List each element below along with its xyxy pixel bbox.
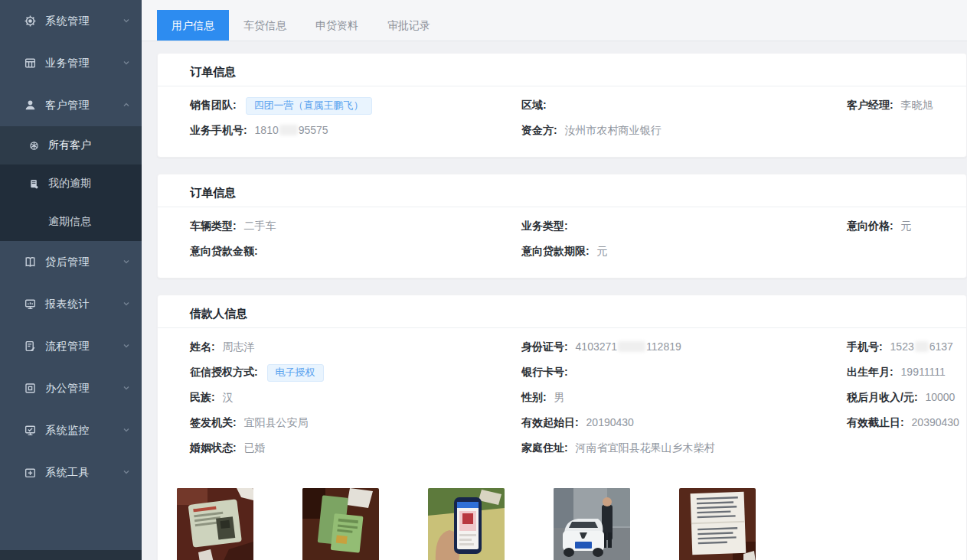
sidebar-item-label: 逾期信息 <box>48 215 91 229</box>
book-icon <box>24 256 37 269</box>
sidebar-item-label: 办公管理 <box>45 382 90 396</box>
tab-loan-application-docs[interactable]: 申贷资料 <box>301 10 373 41</box>
chevron-down-icon <box>122 15 131 28</box>
field-name: 姓名: 周志洋 <box>190 339 521 355</box>
field-value: 周志洋 <box>223 340 255 353</box>
field-label: 客户经理: <box>847 99 893 111</box>
field-intent-loan-term: 意向贷款期限: 元 <box>521 243 847 259</box>
chevron-down-icon <box>122 256 131 269</box>
tab-approval-records[interactable]: 审批记录 <box>373 10 445 41</box>
sidebar-item-system-monitor[interactable]: 系统监控 <box>0 409 142 451</box>
customer-mgmt-submenu: 所有客户 我的逾期 逾期信息 <box>0 126 142 241</box>
sidebar-collapse-bar[interactable] <box>0 550 142 560</box>
field-label: 销售团队: <box>190 99 237 111</box>
photo-thumbnails <box>158 488 966 560</box>
field-label: 家庭住址: <box>521 441 568 454</box>
field-bank-card: 银行卡号: <box>521 364 847 380</box>
redaction-blur <box>279 125 298 135</box>
field-label: 业务类型: <box>521 220 568 232</box>
wheel-icon <box>28 139 41 152</box>
field-label: 姓名: <box>190 340 215 353</box>
field-gender: 性别: 男 <box>521 389 847 405</box>
field-value: 汉 <box>223 391 234 403</box>
field-intent-price: 意向价格: 元 <box>847 218 966 234</box>
sidebar-item-office-mgmt[interactable]: 办公管理 <box>0 367 142 409</box>
app-root: 系统管理 业务管理 客户管理 所有客户 <box>0 0 967 560</box>
field-value: 李晓旭 <box>901 99 933 111</box>
sidebar-item-label: 所有客户 <box>48 138 91 152</box>
field-value: 10000 <box>925 391 955 403</box>
field-value: 181095575 <box>255 124 328 136</box>
tab-car-loan-info[interactable]: 车贷信息 <box>229 10 301 41</box>
photo-vehicle-license[interactable] <box>302 488 379 560</box>
sidebar-item-my-overdue[interactable]: 我的逾期 <box>0 164 142 203</box>
field-label: 银行卡号: <box>521 366 568 378</box>
field-label: 身份证号: <box>521 340 568 353</box>
field-label: 签发机关: <box>190 416 237 428</box>
chevron-down-icon <box>122 57 131 70</box>
card-list: 订单信息 销售团队: 四团一营（直属王鹏飞） 区域: 客户经理: 李晓旭 <box>142 41 967 560</box>
photo-credit-auth-phone[interactable] <box>428 488 505 560</box>
chevron-down-icon <box>122 467 131 479</box>
field-label: 婚姻状态: <box>190 441 237 454</box>
field-label: 有效截止日: <box>847 416 904 428</box>
redaction-blur <box>915 341 929 352</box>
sidebar-item-postloan-mgmt[interactable]: 贷后管理 <box>0 241 142 283</box>
tab-user-info[interactable]: 用户信息 <box>157 10 229 41</box>
order-info-card: 订单信息 销售团队: 四团一营（直属王鹏飞） 区域: 客户经理: 李晓旭 <box>157 53 967 158</box>
field-label: 资金方: <box>521 124 557 136</box>
photo-person-with-car[interactable] <box>554 488 630 560</box>
sidebar-item-system-tools[interactable]: 系统工具 <box>0 451 142 493</box>
field-value: 汝州市农村商业银行 <box>565 124 662 136</box>
card-title: 订单信息 <box>158 174 966 207</box>
field-label: 手机号: <box>847 340 883 353</box>
sidebar-item-label: 流程管理 <box>45 340 90 353</box>
tools-icon <box>24 466 37 479</box>
sidebar-item-label: 系统监控 <box>45 424 90 438</box>
sidebar-item-system-mgmt[interactable]: 系统管理 <box>0 0 142 42</box>
field-value: 二手车 <box>244 220 276 232</box>
field-value: 4103271112819 <box>576 340 681 353</box>
field-region: 区域: <box>521 97 847 113</box>
field-home-address: 家庭住址: 河南省宜阳县花果山乡木柴村 <box>521 440 847 456</box>
field-label: 征信授权方式: <box>190 366 258 378</box>
sidebar-item-process-mgmt[interactable]: 流程管理 <box>0 325 142 367</box>
field-label: 意向贷款期限: <box>521 245 590 257</box>
chevron-down-icon <box>122 425 131 437</box>
card-title: 借款人信息 <box>158 295 966 327</box>
sidebar-item-business-mgmt[interactable]: 业务管理 <box>0 42 142 84</box>
field-valid-until: 有效截止日: 20390430 <box>847 415 966 431</box>
field-vehicle-type: 车辆类型: 二手车 <box>190 218 521 234</box>
sidebar-item-report-stats[interactable]: 报表统计 <box>0 283 142 325</box>
user-icon <box>24 99 37 112</box>
sales-team-badge[interactable]: 四团一营（直属王鹏飞） <box>246 97 372 115</box>
tab-bar: 用户信息 车贷信息 申贷资料 审批记录 <box>142 0 967 41</box>
main-content: 用户信息 车贷信息 申贷资料 审批记录 订单信息 销售团队: 四团一营（直属王鹏… <box>142 0 967 560</box>
photo-handwritten-document[interactable] <box>679 488 756 560</box>
sidebar-item-overdue-info[interactable]: 逾期信息 <box>0 203 142 241</box>
sidebar-item-label: 系统管理 <box>45 15 90 28</box>
loan-intent-card: 订单信息 车辆类型: 二手车 业务类型: 意向价格: 元 <box>157 174 967 278</box>
e-auth-badge[interactable]: 电子授权 <box>267 364 324 382</box>
field-label: 税后月收入/元: <box>847 391 918 403</box>
sidebar: 系统管理 业务管理 客户管理 所有客户 <box>0 0 142 560</box>
sidebar-item-label: 报表统计 <box>45 298 90 311</box>
field-value: 15236137 <box>890 340 953 353</box>
sidebar-item-all-customers[interactable]: 所有客户 <box>0 126 142 164</box>
chevron-down-icon <box>122 383 131 395</box>
photo-id-card-portrait[interactable] <box>177 488 253 560</box>
grid-icon <box>24 57 37 70</box>
workflow-icon <box>24 340 37 353</box>
borrower-info-card: 借款人信息 姓名: 周志洋 身份证号: 4103271112819 手机号: 1… <box>157 295 967 560</box>
field-value: 男 <box>554 391 565 403</box>
notebook-icon <box>28 177 41 190</box>
sidebar-item-customer-mgmt[interactable]: 客户管理 <box>0 84 142 126</box>
field-value: 已婚 <box>244 441 266 454</box>
field-label: 出生年月: <box>847 366 893 378</box>
field-sales-team: 销售团队: 四团一营（直属王鹏飞） <box>190 97 521 113</box>
field-ethnicity: 民族: 汉 <box>190 389 521 405</box>
field-value: 20390430 <box>912 416 959 428</box>
monitor-icon <box>24 298 37 311</box>
field-value: 宜阳县公安局 <box>244 416 309 428</box>
field-intent-loan-amount: 意向贷款金额: <box>190 243 521 259</box>
